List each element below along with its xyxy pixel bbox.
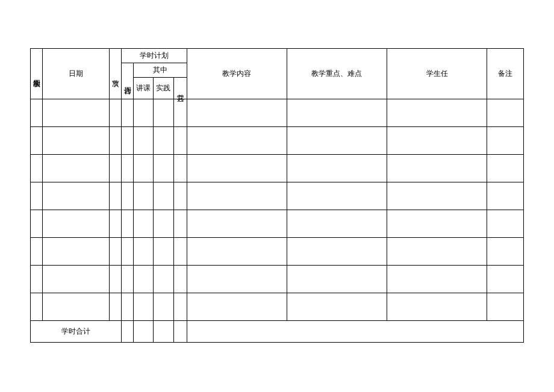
cell-date xyxy=(43,210,110,238)
cell-session xyxy=(109,210,121,238)
cell-remark xyxy=(487,210,524,238)
cell-student xyxy=(387,210,487,238)
cell-date xyxy=(43,293,110,321)
col-student: 学生任 xyxy=(387,49,487,99)
cell-week xyxy=(31,238,43,266)
table-row xyxy=(31,99,524,127)
cell-practice xyxy=(154,238,173,266)
col-lecture: 讲课 xyxy=(134,78,154,99)
cell-focus xyxy=(287,210,387,238)
col-remark: 备注 xyxy=(487,49,524,99)
cell-remark xyxy=(487,127,524,155)
cell-session xyxy=(109,127,121,155)
cell-student xyxy=(387,99,487,127)
cell-lecture xyxy=(134,238,154,266)
table-row xyxy=(31,127,524,155)
cell-student xyxy=(387,127,487,155)
cell-student xyxy=(387,293,487,321)
table-row xyxy=(31,155,524,182)
cell-session xyxy=(109,266,121,293)
cell-practice xyxy=(154,210,173,238)
cell-other xyxy=(173,127,187,155)
table-row xyxy=(31,182,524,210)
cell-remark xyxy=(487,238,524,266)
cell-content xyxy=(187,293,287,321)
cell-week xyxy=(31,210,43,238)
cell-week xyxy=(31,293,43,321)
cell-focus xyxy=(287,293,387,321)
cell-practice xyxy=(154,155,173,182)
cell-wtotal xyxy=(122,266,134,293)
cell-other xyxy=(173,238,187,266)
cell-focus xyxy=(287,99,387,127)
cell-practice xyxy=(154,127,173,155)
cell-week xyxy=(31,266,43,293)
col-content: 教学内容 xyxy=(187,49,287,99)
cell-wtotal xyxy=(122,99,134,127)
cell-date xyxy=(43,238,110,266)
cell-remark xyxy=(487,99,524,127)
cell-wtotal xyxy=(122,155,134,182)
cell-lecture xyxy=(134,155,154,182)
cell-other xyxy=(173,99,187,127)
cell-session xyxy=(109,155,121,182)
cell-content xyxy=(187,210,287,238)
cell-hour-total-label: 学时合计 xyxy=(31,321,122,343)
cell-other xyxy=(173,293,187,321)
cell-date xyxy=(43,127,110,155)
cell-week xyxy=(31,155,43,182)
col-other: 其它 xyxy=(173,78,187,99)
cell-wtotal xyxy=(122,127,134,155)
cell-student xyxy=(387,238,487,266)
cell-practice xyxy=(154,293,173,321)
cell-remark xyxy=(487,182,524,210)
cell-session xyxy=(109,293,121,321)
cell-total-lecture xyxy=(134,321,154,343)
cell-other xyxy=(173,266,187,293)
table-row xyxy=(31,238,524,266)
cell-week xyxy=(31,99,43,127)
cell-wtotal xyxy=(122,210,134,238)
cell-practice xyxy=(154,266,173,293)
cell-date xyxy=(43,266,110,293)
cell-session xyxy=(109,182,121,210)
total-row: 学时合计 xyxy=(31,321,524,343)
cell-week xyxy=(31,182,43,210)
col-among: 其中 xyxy=(134,63,187,78)
cell-lecture xyxy=(134,182,154,210)
cell-focus xyxy=(287,155,387,182)
cell-student xyxy=(387,155,487,182)
cell-date xyxy=(43,99,110,127)
cell-lecture xyxy=(134,127,154,155)
cell-content xyxy=(187,127,287,155)
col-teaching-week: 教学周次 xyxy=(31,49,43,99)
cell-wtotal xyxy=(122,182,134,210)
cell-date xyxy=(43,182,110,210)
col-session: 次节 xyxy=(109,49,121,99)
cell-student xyxy=(387,266,487,293)
cell-content xyxy=(187,155,287,182)
cell-focus xyxy=(287,127,387,155)
cell-total-practice xyxy=(154,321,173,343)
cell-remark xyxy=(487,293,524,321)
cell-total-rest xyxy=(187,321,523,343)
cell-focus xyxy=(287,238,387,266)
cell-session xyxy=(109,99,121,127)
cell-lecture xyxy=(134,99,154,127)
cell-other xyxy=(173,210,187,238)
cell-content xyxy=(187,99,287,127)
col-date: 日期 xyxy=(43,49,110,99)
teaching-plan-table: 教学周次 日期 次节 学时计划 教学内容 教学重点、难点 学生任 备注 周合计 … xyxy=(30,48,524,343)
cell-practice xyxy=(154,99,173,127)
cell-remark xyxy=(487,155,524,182)
cell-practice xyxy=(154,182,173,210)
cell-lecture xyxy=(134,210,154,238)
cell-content xyxy=(187,182,287,210)
col-focus: 教学重点、难点 xyxy=(287,49,387,99)
cell-lecture xyxy=(134,293,154,321)
col-hour-plan: 学时计划 xyxy=(122,49,187,63)
cell-date xyxy=(43,155,110,182)
cell-student xyxy=(387,182,487,210)
cell-remark xyxy=(487,266,524,293)
cell-total-other xyxy=(173,321,187,343)
